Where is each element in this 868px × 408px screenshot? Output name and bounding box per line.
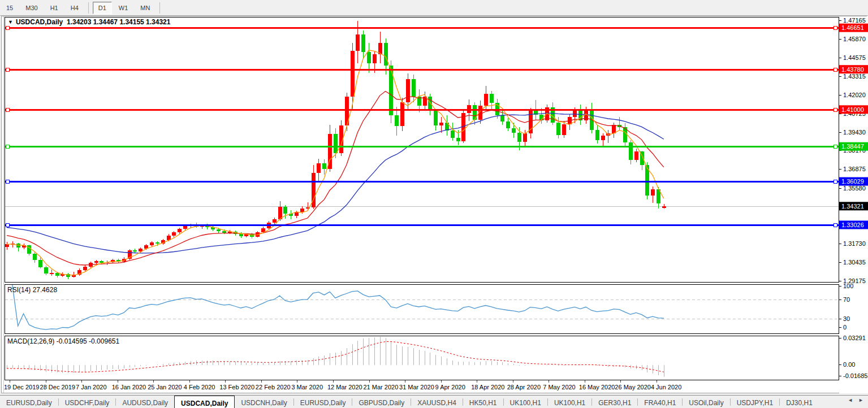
symbol-tab-hk50-h1[interactable]: HK50,H1 <box>463 396 503 408</box>
timeframe-button-w1[interactable]: W1 <box>113 2 134 14</box>
line-handle[interactable] <box>834 180 837 184</box>
timeframe-button-d1[interactable]: D1 <box>93 2 112 14</box>
chart-ohlc-values: 1.34203 1.34467 1.34155 1.34321 <box>67 18 171 26</box>
date-label: 16 Jan 2020 <box>112 384 146 390</box>
candle-body <box>283 207 287 214</box>
macd-panel[interactable] <box>5 336 839 380</box>
price-tick-label: 1.45870 <box>843 36 866 42</box>
symbol-tab-uk100-h1[interactable]: UK100,H1 <box>504 396 547 408</box>
toolbar-separator <box>88 2 89 14</box>
symbol-tab-dj30-h1[interactable]: DJ30,H1 <box>780 396 819 408</box>
candle-body <box>629 142 633 160</box>
candle-body <box>300 209 304 212</box>
price-badge-label: 1.38447 <box>841 143 864 150</box>
date-label: 7 Jan 2020 <box>76 384 106 390</box>
price-tick-label: 1.31730 <box>843 240 866 247</box>
price-tick-label: 1.47165 <box>843 17 866 24</box>
date-label: 19 Dec 2019 <box>4 384 39 390</box>
symbol-tab-uk100-h1[interactable]: UK100,H1 <box>548 396 591 408</box>
candle-body <box>573 110 577 117</box>
symbol-tab-xauusd-h4[interactable]: XAUUSD,H4 <box>411 396 463 408</box>
candle-body <box>556 123 560 135</box>
symbol-tab-ger30-h1[interactable]: GER30,H1 <box>592 396 637 408</box>
symbol-tab-usdcad-daily[interactable]: USDCAD,Daily <box>174 396 235 408</box>
rsi-value: 27.4628 <box>33 286 57 294</box>
price-tick-label: 1.43315 <box>843 73 866 80</box>
candle-body <box>222 231 226 233</box>
date-label: 25 Jan 2020 <box>148 384 182 390</box>
price-badge-label: 1.36029 <box>841 178 864 185</box>
price-badge-label: 1.41000 <box>841 106 864 113</box>
rsi-panel[interactable] <box>5 285 839 334</box>
candle-body <box>517 133 521 142</box>
symbol-tab-audusd-daily[interactable]: AUDUSD,Daily <box>116 396 174 408</box>
candle-body <box>100 261 103 263</box>
candle-body <box>273 219 277 222</box>
line-handle[interactable] <box>6 108 9 112</box>
timeframe-button-m30[interactable]: M30 <box>20 2 43 14</box>
candle-body <box>239 234 243 236</box>
candle-body <box>651 189 655 196</box>
timeframe-button-mn[interactable]: MN <box>135 2 156 14</box>
line-handle[interactable] <box>6 180 9 184</box>
line-handle[interactable] <box>6 145 9 149</box>
line-handle[interactable] <box>6 224 9 227</box>
candle-body <box>44 267 48 274</box>
line-handle[interactable] <box>834 68 837 72</box>
candle-body <box>373 54 377 63</box>
date-label: 31 Mar 2020 <box>399 384 434 390</box>
line-handle[interactable] <box>834 224 837 227</box>
timeframe-button-15[interactable]: 15 <box>1 2 19 14</box>
chart-area[interactable]: 1.471651.458701.445751.433151.420201.407… <box>0 0 868 408</box>
symbol-tab-fra40-h1[interactable]: FRA40,H1 <box>638 396 682 408</box>
candle-body <box>5 244 9 247</box>
timeframe-button-h4[interactable]: H4 <box>65 2 84 14</box>
line-handle[interactable] <box>834 108 837 112</box>
candle-body <box>217 229 221 231</box>
date-label: 3 Mar 2020 <box>291 384 323 390</box>
candle-body <box>38 260 42 267</box>
candle-body <box>400 102 404 126</box>
tab-scroll-arrows: ◄ ► <box>848 397 863 403</box>
timeframe-button-h1[interactable]: H1 <box>45 2 64 14</box>
candle-body <box>178 229 182 232</box>
candle-body <box>50 273 54 274</box>
candle-body <box>406 79 410 102</box>
candle-body <box>133 250 137 251</box>
line-handle[interactable] <box>6 27 9 30</box>
candle-body <box>662 206 666 208</box>
candle-body <box>83 267 87 270</box>
line-handle[interactable] <box>834 145 837 149</box>
candle-body <box>334 134 338 153</box>
symbol-tab-eurusd-daily[interactable]: EURUSD,Daily <box>0 396 58 408</box>
macd-main-value: -0.014595 <box>57 337 87 345</box>
candle-body <box>33 254 37 261</box>
line-handle[interactable] <box>6 68 9 72</box>
macd-indicator-label: MACD(12,26,9) -0.014595 -0.009651 <box>7 337 119 345</box>
symbol-tab-eurusd-daily[interactable]: EURUSD,Daily <box>294 396 352 408</box>
symbol-tab-usdchf-daily[interactable]: USDCHF,Daily <box>59 396 116 408</box>
candle-body <box>356 34 360 51</box>
price-tick-label: 1.39430 <box>843 129 866 136</box>
candle-body <box>490 94 494 103</box>
candle-body <box>156 242 159 244</box>
candle-body <box>384 43 388 66</box>
rsi-tick-label: 70 <box>843 296 850 303</box>
tab-scroll-left-icon[interactable]: ◄ <box>848 397 853 403</box>
candle-body <box>506 121 510 128</box>
price-tick-label: 1.42020 <box>843 92 866 98</box>
candle-body <box>500 115 504 121</box>
candle-body <box>523 133 527 142</box>
symbol-tab-usdjpy-h1[interactable]: USDJPY,H1 <box>731 396 779 408</box>
symbol-tab-usoil-daily[interactable]: USOil,Daily <box>683 396 729 408</box>
symbol-tab-usdcnh-daily[interactable]: USDCNH,Daily <box>235 396 293 408</box>
chart-dropdown-icon: ▼ <box>8 19 13 25</box>
main-price-panel[interactable] <box>5 18 839 283</box>
rsi-tick-label: 30 <box>843 315 850 322</box>
line-handle[interactable] <box>834 27 837 30</box>
candle-body <box>451 131 455 138</box>
candle-body <box>439 123 443 125</box>
tab-scroll-right-icon[interactable]: ► <box>858 397 863 403</box>
symbol-tab-gbpusd-daily[interactable]: GBPUSD,Daily <box>352 396 411 408</box>
date-label: 4 Feb 2020 <box>184 384 215 390</box>
